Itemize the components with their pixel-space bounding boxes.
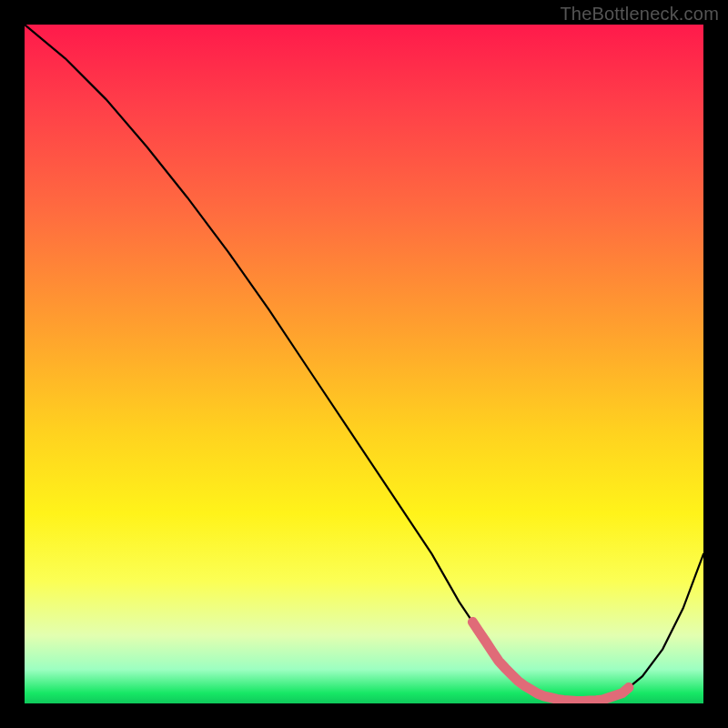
chart-container: TheBottleneck.com [0,0,728,728]
curve-overlay [25,25,703,703]
bottleneck-curve [25,25,703,702]
attribution-text: TheBottleneck.com [560,4,719,25]
optimal-range-markers [472,622,629,702]
